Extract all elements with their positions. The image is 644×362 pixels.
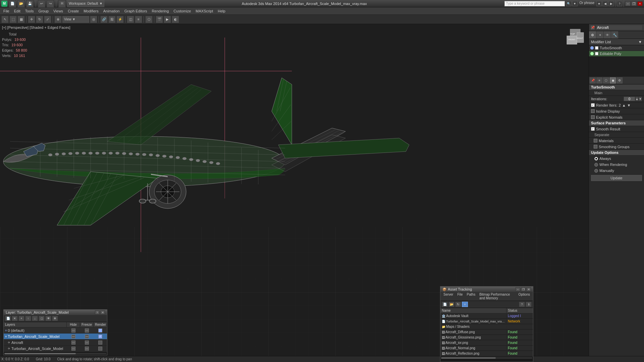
restore-btn[interactable]: ❐ [631, 1, 637, 6]
layer-row-0-freeze[interactable]: — [80, 328, 94, 333]
layer-row-2-hide-check[interactable]: — [71, 341, 75, 345]
render-btn[interactable]: ▶ [164, 16, 171, 23]
asset-menu-file[interactable]: File [455, 292, 464, 300]
layer-select-btn[interactable]: ◻ [39, 316, 45, 321]
render-iters-spin-up[interactable]: ▲ [622, 103, 626, 107]
menu-modifiers[interactable]: Modifiers [82, 8, 101, 14]
update-button[interactable]: Update [591, 175, 642, 181]
bind-btn[interactable]: ⚡ [116, 16, 124, 23]
mirror-btn[interactable]: ◫ [127, 16, 134, 23]
layer-row-0[interactable]: ≡ 0 (default) — — ✓ [4, 327, 107, 334]
layer-add-btn[interactable]: + [18, 316, 24, 321]
layer-row-2-hide[interactable]: — [67, 341, 80, 345]
modifier-check-turbosmooth[interactable]: ✓ [595, 46, 598, 50]
layer-row-1-freeze-check[interactable]: — [85, 335, 89, 339]
layer-row-2[interactable]: ✈ Aircraft — — [4, 340, 107, 346]
layer-row-0-hide[interactable]: — [67, 328, 80, 333]
layer-new-btn[interactable]: 📄 [5, 316, 11, 321]
asset-row-glossiness[interactable]: 🖼 Aircraft_Glossiness.png Found [440, 335, 533, 340]
help-btn[interactable]: ? [617, 1, 622, 6]
always-radio[interactable] [594, 157, 598, 161]
asset-info-btn[interactable]: ℹ [526, 302, 532, 307]
panel-icon-active[interactable]: ◼ [610, 77, 616, 83]
asset-menu-paths[interactable]: Paths [465, 292, 477, 300]
layer-row-2-freeze[interactable]: — [80, 341, 94, 345]
layer-row-0-freeze-check[interactable]: — [85, 328, 89, 333]
object-name-box[interactable]: Aircraft [596, 25, 643, 30]
iterations-value[interactable]: 0 [624, 97, 635, 101]
asset-menu-bitmap[interactable]: Bitmap Performance and Memory [478, 292, 516, 300]
align-btn[interactable]: ≡ [135, 16, 142, 23]
iterations-spin-down[interactable]: ▼ [639, 97, 642, 101]
select-filter-btn[interactable]: ▦ [17, 16, 25, 23]
menu-tools[interactable]: Tools [23, 8, 36, 14]
asset-list-btn[interactable]: ≡ [462, 302, 468, 307]
modifier-turbosmooth[interactable]: ✓ TurboSmooth [589, 45, 644, 51]
menu-maxscript[interactable]: MAXScript [194, 8, 215, 14]
layer-row-1-hide[interactable]: — [67, 335, 80, 339]
coord-dropdown[interactable]: View ▼ [62, 16, 89, 23]
layer-row-3-freeze-check[interactable]: — [85, 347, 89, 351]
asset-row-ior[interactable]: 🖼 Aircraft_ior.png Found [440, 340, 533, 346]
minimize-btn[interactable]: − [625, 1, 631, 6]
search-options-btn[interactable]: ▼ [572, 1, 578, 6]
render-setup-btn[interactable]: 🎬 [156, 16, 163, 23]
asset-menu-options[interactable]: Options [517, 292, 532, 300]
menu-edit[interactable]: Edit [12, 8, 22, 14]
search-box[interactable]: Type a keyword or phrase [504, 1, 565, 6]
scale-btn[interactable]: ⤢ [44, 16, 51, 23]
layer-row-2-render-check[interactable] [98, 341, 102, 345]
smooth-result-check[interactable]: ✓ [591, 127, 595, 131]
when-rendering-radio[interactable] [594, 163, 598, 167]
asset-row-reflection[interactable]: 🖼 Aircraft_Reflection.png Found [440, 351, 533, 356]
asset-minimize-btn[interactable]: − [516, 287, 520, 291]
layer-row-1[interactable]: ≡ Turbofan_Aircraft_Scale_Model — — ✓ [4, 334, 107, 340]
asset-row-diffuse[interactable]: 🖼 Aircraft_Diffuse.png Found [440, 329, 533, 335]
asset-row-normal[interactable]: 🖼 Aircraft_Normal.png Found [440, 346, 533, 351]
new-btn[interactable]: 📄 [9, 0, 16, 7]
bookmark-btn[interactable]: ★ [596, 1, 602, 6]
pin-btn[interactable]: 📌 [590, 25, 595, 30]
search-btn[interactable]: 🔍 [566, 1, 572, 6]
panel-icon-shape[interactable]: ⬡ [603, 77, 609, 83]
layer-row-2-freeze-check[interactable]: — [85, 341, 89, 345]
asset-row-file[interactable]: 📄 Turbofan_Aircraft_Scale_Model_max_vray… [440, 319, 533, 324]
link-btn[interactable]: 🔗 [100, 16, 108, 23]
cat-tab-modify[interactable]: ⚙ [589, 31, 596, 39]
layer-row-1-freeze[interactable]: — [80, 335, 94, 339]
move-btn[interactable]: ✛ [28, 16, 35, 23]
asset-row-maps[interactable]: 📁 Maps / Shaders [440, 324, 533, 329]
layer-row-0-render-check[interactable]: ✓ [98, 328, 102, 333]
layer-mgr-btn[interactable]: ⬡ [145, 16, 153, 23]
menu-customize[interactable]: Customize [171, 8, 193, 14]
panel-icon-stack[interactable]: ≡ [596, 77, 602, 83]
undo-btn[interactable]: ↩ [38, 0, 45, 7]
layer-close-btn[interactable]: ✕ [100, 310, 105, 314]
layer-row-3-render-check[interactable] [98, 347, 102, 351]
layer-scrollbar[interactable] [4, 352, 107, 355]
menu-create[interactable]: Create [66, 8, 81, 14]
explicit-normals-check[interactable] [591, 115, 595, 119]
layer-row-3-freeze[interactable]: — [80, 347, 94, 351]
layer-freeze-all-btn[interactable]: ❄ [52, 316, 58, 321]
manually-radio[interactable] [594, 169, 598, 173]
render-iters-value[interactable]: 2 [619, 103, 621, 107]
active-shade-btn[interactable]: ◐ [172, 16, 179, 23]
save-btn[interactable]: 💾 [26, 0, 34, 7]
modifier-check-editable-poly[interactable]: ✓ [595, 52, 598, 55]
workspace-dropdown[interactable]: Workspace: Default ▼ [67, 0, 104, 7]
layer-help-btn[interactable]: ? [95, 310, 100, 314]
panel-icon-pin[interactable]: 📌 [590, 77, 596, 83]
redo-btn[interactable]: ↪ [47, 0, 54, 7]
unlink-btn[interactable]: ⛓ [108, 16, 116, 23]
menu-views[interactable]: Views [51, 8, 65, 14]
asset-help-btn[interactable]: ? [519, 302, 525, 307]
asset-restore-btn[interactable]: ❐ [521, 287, 526, 291]
layer-row-1-render[interactable]: ✓ [94, 335, 107, 339]
asset-scrollbar[interactable] [440, 356, 533, 359]
select-region-btn[interactable]: ⬚ [9, 16, 17, 23]
layer-hide-all-btn[interactable]: 👁 [45, 316, 51, 321]
asset-menu-server[interactable]: Server [442, 292, 455, 300]
render-iters-spin-down[interactable]: ▼ [627, 103, 631, 107]
layer-row-0-hide-check[interactable]: — [71, 328, 75, 333]
